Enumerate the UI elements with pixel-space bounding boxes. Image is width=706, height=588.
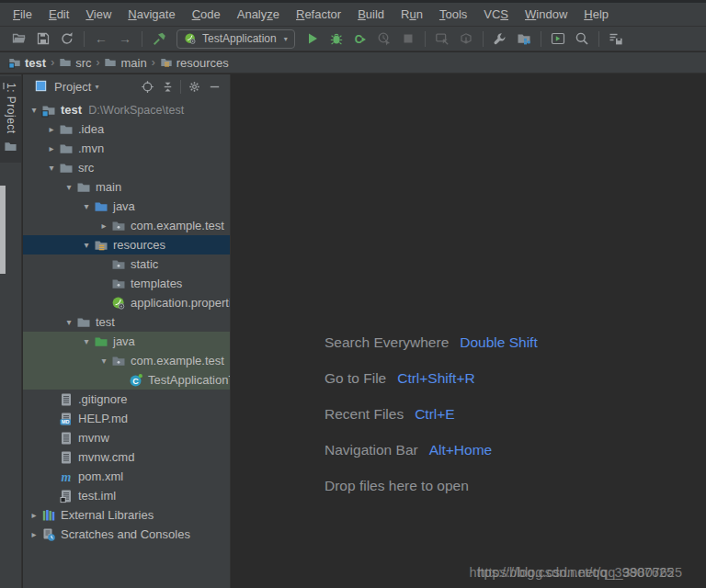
collapsed-arrow-icon[interactable]: ▸ [27,510,41,520]
tree-row-test[interactable]: ▾testD:\WorkSpace\test [23,100,230,119]
menu-tools[interactable]: Tools [431,5,475,24]
tree-row-application-properti[interactable]: application.properti [23,293,230,312]
breadcrumb-item-test[interactable]: test [8,56,46,70]
run-anything-icon [551,31,565,46]
expanded-arrow-icon[interactable]: ▾ [79,240,94,250]
expanded-arrow-icon[interactable]: ▾ [62,182,76,192]
tree-row-java[interactable]: ▾java [23,332,230,351]
tool-window-tab-project[interactable]: 1: Project [0,76,21,163]
tree-row-com-example-test[interactable]: ▸com.example.test [23,216,230,235]
markdown-file-icon: MD [59,412,74,426]
tree-icon-wrap: MD [59,412,74,426]
chevron-down-icon: ▾ [95,83,98,91]
collapsed-arrow-icon[interactable]: ▸ [97,220,111,231]
expanded-arrow-icon[interactable]: ▾ [97,356,111,366]
locate-button[interactable] [137,77,157,97]
tree-icon-wrap [59,161,74,175]
tree-label: main [96,180,121,194]
tree-row-main[interactable]: ▾main [23,177,230,197]
tree-label: application.properti [131,296,230,310]
breadcrumb-item-main[interactable]: main [104,56,146,70]
project-structure-button[interactable] [512,28,536,50]
menu-file[interactable]: File [5,5,40,24]
tree-row-testapplicationte[interactable]: CTestApplicationTe [23,370,230,390]
menu-run[interactable]: Run [393,5,431,24]
project-view-selector[interactable]: Project [54,80,91,94]
collapsed-arrow-icon[interactable]: ▸ [44,143,59,153]
breadcrumb-item-src[interactable]: src [59,56,91,70]
tree-row-test-iml[interactable]: test.iml [23,486,230,505]
expanded-arrow-icon[interactable]: ▾ [79,336,94,346]
tree-label: .idea [78,122,104,136]
tree-icon-wrap [59,141,74,156]
tree-row-mvnw[interactable]: mvnw [23,428,230,447]
forward-button[interactable]: → [113,28,137,50]
collapsed-arrow-icon[interactable]: ▸ [44,124,59,134]
search-everywhere-button[interactable] [570,28,594,50]
tree-row--idea[interactable]: ▸.idea [23,119,230,139]
tree-row-resources[interactable]: ▾resources [23,235,230,254]
save-all-button[interactable] [31,28,55,50]
shortcut-hint: Recent FilesCtrl+E [325,396,538,432]
tree-icon-wrap [59,489,74,503]
collapsed-arrow-icon[interactable]: ▸ [27,529,41,539]
hide-button[interactable] [204,77,224,97]
back-button[interactable]: ← [89,28,113,50]
menu-bar: FileEditViewNavigateCodeAnalyzeRefactorB… [0,3,706,26]
tree-row-pom-xml[interactable]: mpom.xml [23,467,230,486]
collapse-all-button[interactable] [157,77,177,97]
settings-wrench-button[interactable] [488,28,512,50]
menu-refactor[interactable]: Refactor [288,5,349,24]
tree-row-src[interactable]: ▾src [23,158,230,177]
svg-text:C: C [354,33,362,46]
update-application-button[interactable] [454,28,478,50]
debug-button[interactable] [325,28,348,50]
tree-row-static[interactable]: static [23,254,230,274]
tree-row--mvn[interactable]: ▸.mvn [23,139,230,158]
menu-vcs[interactable]: VCS [475,5,517,24]
tree-row-scratches-and-consoles[interactable]: ▸Scratches and Consoles [23,525,230,544]
sync-settings-button[interactable] [604,28,628,50]
attach-debugger-button[interactable] [430,28,454,50]
breadcrumb-chevron-icon: › [51,56,54,69]
expanded-arrow-icon[interactable]: ▾ [79,201,94,211]
menu-navigate[interactable]: Navigate [120,5,183,24]
menu-analyze[interactable]: Analyze [229,5,288,24]
open-project-button[interactable] [7,28,31,50]
menu-edit[interactable]: Edit [40,5,77,24]
synchronize-button[interactable] [55,28,79,50]
run-button[interactable] [301,28,325,50]
menu-help[interactable]: Help [575,5,617,24]
menu-view[interactable]: View [77,5,120,24]
tree-row-java[interactable]: ▾java [23,197,230,216]
tree-row--gitignore[interactable]: .gitignore [23,390,230,409]
tree-icon-wrap: m [59,469,74,484]
tree-row-test[interactable]: ▾test [23,312,230,332]
project-folder-icon [8,56,21,69]
tree-row-mvnw-cmd[interactable]: mvnw.cmd [23,447,230,467]
scrollbar-thumb[interactable] [0,186,6,274]
breadcrumb-item-resources[interactable]: resources [160,56,229,70]
tree-icon-wrap [59,431,74,446]
profiler-button[interactable] [372,28,396,50]
package-icon [111,257,126,272]
expanded-arrow-icon[interactable]: ▾ [27,105,41,115]
menu-code[interactable]: Code [184,5,229,24]
tree-row-com-example-test[interactable]: ▾com.example.test [23,351,230,370]
folder-icon [4,140,17,153]
back-arrow-icon: ← [95,32,108,45]
menu-build[interactable]: Build [349,5,393,24]
watermark-text-shadow: https://blog.csdn.net/qq_39807625 [469,565,674,580]
tree-row-external-libraries[interactable]: ▸External Libraries [23,505,230,525]
run-configuration-select[interactable]: TestApplication▾ [176,29,295,49]
build-project-button[interactable] [147,28,171,50]
tree-row-templates[interactable]: templates [23,274,230,293]
expanded-arrow-icon[interactable]: ▾ [44,163,59,173]
expanded-arrow-icon[interactable]: ▾ [62,317,76,327]
menu-window[interactable]: Window [517,5,575,24]
gear-button[interactable] [184,77,204,97]
stop-button[interactable] [396,28,420,50]
run-anything-button[interactable] [546,28,570,50]
run-with-coverage-button[interactable]: C [348,28,372,50]
tree-row-help-md[interactable]: MDHELP.md [23,409,230,428]
